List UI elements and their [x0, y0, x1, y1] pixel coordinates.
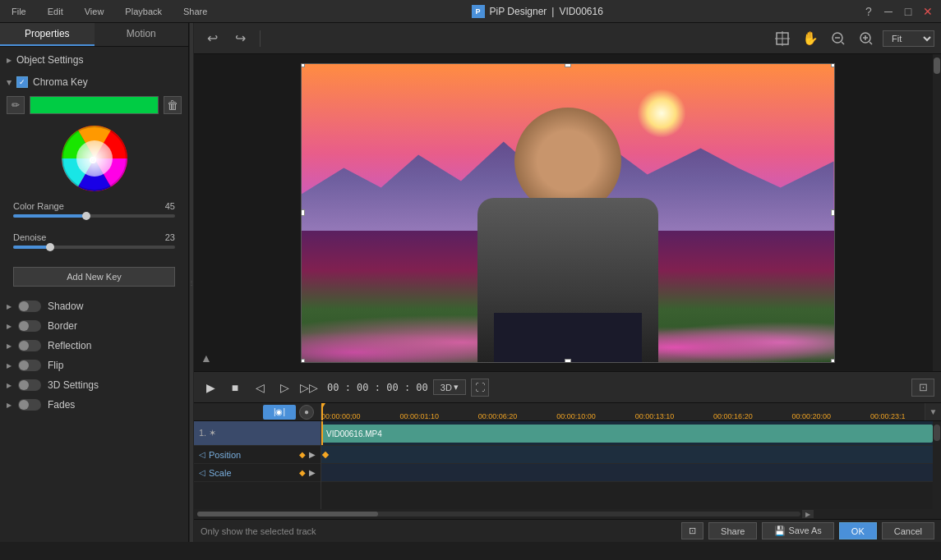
- select-tool-button[interactable]: [771, 27, 794, 50]
- share-button[interactable]: Share: [708, 522, 757, 539]
- reflection-toggle[interactable]: [18, 340, 41, 351]
- playback-bar: ▶ ■ ◁ ▷ ▷▷ 00 : 00 : 00 : 00 3D▾ ⛶ ⊡: [194, 372, 941, 403]
- close-button[interactable]: ✕: [921, 5, 934, 18]
- eyedropper-button[interactable]: ✏: [7, 96, 25, 114]
- track-controls: |◉| ●: [260, 405, 317, 420]
- fit-select[interactable]: Fit 50% 75% 100%: [883, 30, 934, 47]
- hand-tool-button[interactable]: ✋: [799, 27, 822, 50]
- undo-button[interactable]: ↩: [201, 27, 224, 50]
- object-settings-header[interactable]: ▶ Object Settings: [0, 50, 188, 70]
- title-center: P PiP Designer | VID00616: [472, 5, 603, 18]
- screen-icon-button[interactable]: ⊡: [681, 522, 703, 539]
- track-record-btn[interactable]: ●: [299, 405, 314, 420]
- file-menu[interactable]: File: [7, 5, 31, 18]
- ok-button[interactable]: OK: [839, 522, 877, 539]
- track-select-btn[interactable]: |◉|: [263, 405, 296, 420]
- track-scrollbar-right[interactable]: [933, 421, 941, 509]
- next-frame-button[interactable]: ▷: [274, 378, 294, 397]
- add-key-button[interactable]: Add New Key: [13, 267, 175, 287]
- handle-mr[interactable]: [831, 209, 835, 216]
- stop-button[interactable]: ■: [225, 378, 245, 397]
- playhead-marker[interactable]: [321, 403, 325, 410]
- expand-canvas-arrow[interactable]: ▲: [201, 351, 212, 365]
- zoom-out-button[interactable]: [827, 27, 850, 50]
- expand-button[interactable]: ⛶: [471, 379, 489, 397]
- maximize-button[interactable]: □: [902, 5, 915, 18]
- tab-properties[interactable]: Properties: [0, 23, 95, 46]
- keyframe-dot-position-start: [322, 452, 329, 458]
- redo-button[interactable]: ↪: [228, 27, 251, 50]
- handle-tr[interactable]: [831, 63, 835, 67]
- timeline-h-scroll[interactable]: ▶: [194, 509, 941, 519]
- monitor-button[interactable]: ⊡: [911, 379, 934, 397]
- color-wheel[interactable]: [62, 126, 127, 191]
- 3d-mode-button[interactable]: 3D▾: [433, 379, 466, 395]
- video-clip[interactable]: VID00616.MP4: [321, 425, 933, 443]
- ruler-mark-3: 00:00:10:00: [556, 412, 596, 420]
- flip-toggle[interactable]: [18, 360, 41, 371]
- color-range-slider[interactable]: [13, 214, 175, 218]
- play-button[interactable]: ▶: [201, 378, 220, 397]
- ruler-mark-7: 00:00:23:1: [870, 412, 906, 420]
- view-menu[interactable]: View: [80, 5, 109, 18]
- title-bar: File Edit View Playback Share P PiP Desi…: [0, 0, 941, 23]
- fades-section[interactable]: ▶ Fades: [0, 395, 188, 415]
- keyframe-row-position[interactable]: [321, 446, 933, 464]
- scroll-right-btn[interactable]: ▶: [802, 510, 814, 518]
- help-button[interactable]: ?: [862, 5, 875, 18]
- handle-ml[interactable]: [301, 209, 305, 216]
- flip-triangle: ▶: [7, 362, 12, 370]
- tab-motion[interactable]: Motion: [95, 23, 189, 46]
- handle-tm[interactable]: [565, 63, 571, 67]
- timeline-expand-btn[interactable]: ▼: [925, 403, 941, 421]
- track-label-position[interactable]: ◁ Position ◆ ▶: [194, 446, 321, 464]
- shadow-section[interactable]: ▶ Shadow: [0, 296, 188, 316]
- denoise-slider[interactable]: [13, 246, 175, 249]
- window-controls: ? ─ □ ✕: [862, 5, 934, 18]
- app-icon: P: [472, 5, 485, 18]
- ruler-mark-2: 00:00:06:20: [478, 412, 518, 420]
- canvas-area: ▲: [194, 54, 941, 371]
- zoom-in-button[interactable]: [855, 27, 878, 50]
- color-swatch[interactable]: [30, 96, 159, 114]
- keyframe-row-scale[interactable]: [321, 464, 933, 482]
- shadow-triangle: ▶: [7, 303, 12, 310]
- border-section[interactable]: ▶ Border: [0, 316, 188, 336]
- playback-menu[interactable]: Playback: [120, 5, 167, 18]
- handle-tl[interactable]: [301, 63, 305, 67]
- ruler-mark-5: 00:00:16:20: [713, 412, 753, 420]
- playhead-track: [321, 421, 323, 445]
- object-settings-triangle: ▶: [7, 57, 12, 64]
- handle-bl[interactable]: [301, 359, 305, 363]
- 3d-settings-triangle: ▶: [7, 382, 12, 389]
- ruler-mark-4: 00:00:13:10: [635, 412, 675, 420]
- prev-frame-button[interactable]: ◁: [250, 378, 270, 397]
- delete-color-button[interactable]: 🗑: [164, 96, 182, 114]
- 3d-settings-section[interactable]: ▶ 3D Settings: [0, 375, 188, 395]
- timeline-ruler: |◉| ● 00:00:00;00 00:00:01:10 00:00:06:2…: [194, 403, 941, 421]
- border-triangle: ▶: [7, 323, 12, 330]
- reflection-section[interactable]: ▶ Reflection: [0, 336, 188, 356]
- only-show-label: Only show the selected track: [201, 526, 676, 536]
- track-label-video[interactable]: 1. ✶: [194, 421, 321, 446]
- handle-br[interactable]: [831, 359, 835, 363]
- shadow-toggle[interactable]: [18, 301, 41, 312]
- 3d-settings-toggle[interactable]: [18, 379, 41, 391]
- flip-section[interactable]: ▶ Flip: [0, 356, 188, 375]
- color-range-label-row: Color Range 45: [13, 201, 175, 211]
- border-toggle[interactable]: [18, 320, 41, 332]
- share-menu[interactable]: Share: [178, 5, 212, 18]
- ruler-mark-0: 00:00:00;00: [321, 412, 361, 420]
- handle-bm[interactable]: [565, 359, 571, 363]
- edit-menu[interactable]: Edit: [43, 5, 68, 18]
- track-label-scale[interactable]: ◁ Scale ◆ ▶: [194, 464, 321, 482]
- canvas-scrollbar[interactable]: [933, 54, 941, 371]
- cancel-button[interactable]: Cancel: [882, 522, 934, 539]
- fades-toggle[interactable]: [18, 399, 41, 411]
- chroma-key-checkbox[interactable]: ✓: [16, 76, 28, 88]
- video-frame[interactable]: [301, 63, 835, 363]
- fast-forward-button[interactable]: ▷▷: [299, 378, 319, 397]
- timeline-body: |◉| ● 00:00:00;00 00:00:01:10 00:00:06:2…: [194, 403, 941, 519]
- minimize-button[interactable]: ─: [882, 5, 895, 18]
- save-as-button[interactable]: 💾 Save As: [762, 522, 833, 539]
